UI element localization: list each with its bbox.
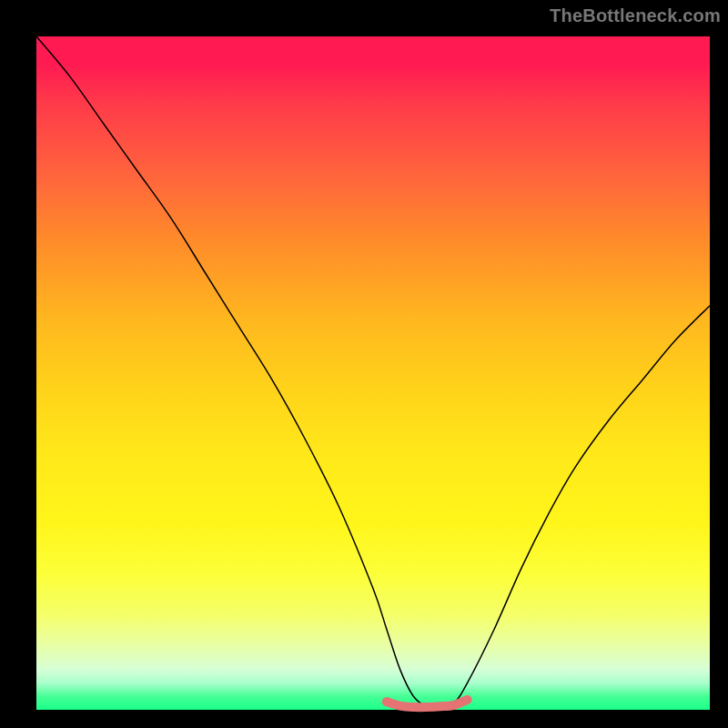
watermark-text: TheBottleneck.com: [550, 5, 721, 26]
chart-svg: [36, 36, 710, 710]
bottleneck-curve: [36, 36, 710, 707]
chart-frame: TheBottleneck.com: [0, 0, 728, 728]
plot-area: [36, 36, 710, 710]
optimal-band: [387, 700, 468, 707]
